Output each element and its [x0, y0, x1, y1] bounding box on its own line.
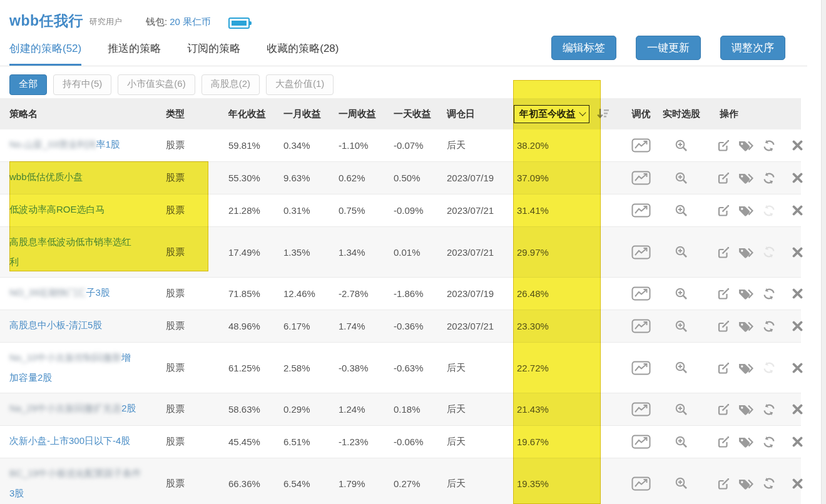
close-icon[interactable]: [792, 288, 803, 300]
tag-icon[interactable]: [738, 287, 754, 300]
close-icon[interactable]: [792, 362, 803, 374]
day-return-cell: -0.07%: [384, 129, 437, 161]
redacted-strategy-name: No.山晏_03营业利润: [9, 139, 96, 149]
refresh-icon[interactable]: [762, 320, 776, 333]
one-key-update-button[interactable]: 一键更新: [636, 36, 701, 60]
strategy-name-link[interactable]: 2股: [121, 403, 136, 413]
filter-pill-0[interactable]: 全部: [9, 74, 47, 95]
sort-desc-icon[interactable]: [596, 106, 611, 121]
tab-0[interactable]: 创建的策略(52): [9, 31, 81, 66]
strategy-name-link[interactable]: 次新小盘-上市300日以下-4股: [9, 435, 130, 446]
zoom-in-icon[interactable]: [675, 245, 688, 259]
refresh-icon[interactable]: [762, 435, 776, 449]
zoom-in-icon[interactable]: [675, 435, 688, 449]
edit-tags-button[interactable]: 编辑标签: [551, 36, 616, 60]
filter-pill-3[interactable]: 高股息(2): [201, 74, 260, 95]
ytd-sort-select[interactable]: 年初至今收益: [514, 105, 589, 123]
tab-2[interactable]: 订阅的策略: [187, 31, 240, 66]
refresh-icon[interactable]: [762, 287, 776, 301]
col-header-rebalance: 调仓日: [437, 98, 507, 129]
tag-icon[interactable]: [738, 246, 754, 259]
week-return-cell: 1.79%: [329, 458, 384, 504]
zoom-in-icon[interactable]: [675, 204, 688, 218]
adjust-order-button[interactable]: 调整次序: [720, 36, 785, 60]
close-icon[interactable]: [792, 478, 803, 490]
annual-return-cell: 48.96%: [219, 310, 274, 342]
col-header-ytd: 年初至今收益: [507, 98, 626, 129]
tag-icon[interactable]: [738, 204, 754, 217]
wallet-balance-link[interactable]: 20 果仁币: [170, 16, 211, 27]
strategy-name-link[interactable]: wbb低估优质小盘: [9, 171, 83, 182]
chart-icon[interactable]: [631, 138, 651, 153]
strategy-name-link[interactable]: 高股息中小板-清江5股: [9, 320, 102, 330]
edit-icon[interactable]: [716, 204, 730, 217]
edit-icon[interactable]: [716, 139, 730, 152]
close-icon[interactable]: [792, 246, 803, 258]
strategy-name-cell: 高股息率低波动低市销率选红利: [0, 227, 156, 277]
chart-icon[interactable]: [631, 435, 651, 449]
strategy-name-link[interactable]: 增: [121, 352, 131, 363]
filter-pill-4[interactable]: 大盘价值(1): [266, 74, 334, 95]
strategy-name-link[interactable]: 高股息率低波动低市销率选红: [9, 236, 131, 247]
edit-icon[interactable]: [716, 477, 730, 490]
table-row: 高股息率低波动低市销率选红利股票17.49%1.35%1.34%0.01%202…: [0, 227, 801, 278]
chart-icon[interactable]: [631, 245, 651, 260]
tag-icon[interactable]: [738, 403, 754, 416]
strategy-name-link[interactable]: 利: [9, 256, 19, 267]
ytd-return-cell: 37.09%: [507, 162, 626, 194]
strategy-name-link[interactable]: 3股: [9, 488, 24, 498]
filter-pill-2[interactable]: 小市值实盘(6): [118, 74, 195, 95]
vertical-scrollbar[interactable]: [821, 0, 826, 504]
close-icon[interactable]: [792, 436, 803, 448]
refresh-icon[interactable]: [762, 403, 776, 416]
chart-icon[interactable]: [631, 286, 651, 301]
tab-1[interactable]: 推送的策略: [108, 31, 161, 66]
close-icon[interactable]: [792, 403, 803, 415]
chart-icon[interactable]: [631, 402, 651, 416]
chart-icon[interactable]: [631, 319, 651, 333]
close-icon[interactable]: [792, 172, 803, 184]
edit-icon[interactable]: [716, 435, 730, 448]
edit-icon[interactable]: [716, 171, 730, 184]
edit-icon[interactable]: [716, 320, 730, 333]
zoom-in-icon[interactable]: [675, 139, 688, 153]
edit-icon[interactable]: [716, 403, 730, 416]
strategy-name-link[interactable]: 子3股: [86, 287, 110, 298]
chart-icon[interactable]: [631, 171, 651, 185]
zoom-in-icon[interactable]: [675, 403, 688, 416]
close-icon[interactable]: [792, 204, 803, 216]
close-icon[interactable]: [792, 139, 803, 151]
tag-icon[interactable]: [738, 361, 754, 375]
zoom-in-icon[interactable]: [675, 320, 688, 333]
type-cell: 股票: [156, 458, 219, 504]
strategy-name-link[interactable]: 率1股: [96, 139, 120, 149]
refresh-icon[interactable]: [762, 171, 776, 185]
tune-cell: [626, 227, 656, 277]
chart-icon[interactable]: [631, 361, 651, 375]
chart-icon[interactable]: [631, 203, 651, 218]
tab-3[interactable]: 收藏的策略(28): [267, 31, 339, 66]
edit-icon[interactable]: [716, 361, 730, 375]
tag-icon[interactable]: [738, 171, 754, 184]
strategy-name-link[interactable]: 加容量2股: [9, 372, 52, 383]
tag-icon[interactable]: [738, 139, 754, 152]
tag-icon[interactable]: [738, 435, 754, 448]
edit-icon[interactable]: [716, 246, 730, 259]
tag-icon[interactable]: [738, 320, 754, 333]
chart-icon[interactable]: [631, 476, 651, 491]
refresh-icon[interactable]: [762, 476, 776, 490]
redacted-strategy-name: No_10中小次新控制回撤那: [9, 352, 121, 363]
zoom-in-icon[interactable]: [675, 476, 688, 490]
zoom-in-icon[interactable]: [675, 287, 688, 301]
week-return-cell: 1.34%: [329, 227, 384, 277]
filter-pill-1[interactable]: 持有中(5): [53, 74, 111, 95]
edit-icon[interactable]: [716, 287, 730, 300]
tag-icon[interactable]: [738, 477, 754, 490]
annual-return-cell: 58.63%: [219, 393, 274, 425]
close-icon[interactable]: [792, 320, 803, 332]
zoom-in-icon[interactable]: [675, 171, 688, 185]
ytd-return-cell: 19.67%: [507, 426, 626, 458]
strategy-name-link[interactable]: 低波动率高ROE选白马: [9, 204, 105, 214]
refresh-icon[interactable]: [762, 139, 776, 153]
zoom-in-icon[interactable]: [675, 361, 688, 375]
